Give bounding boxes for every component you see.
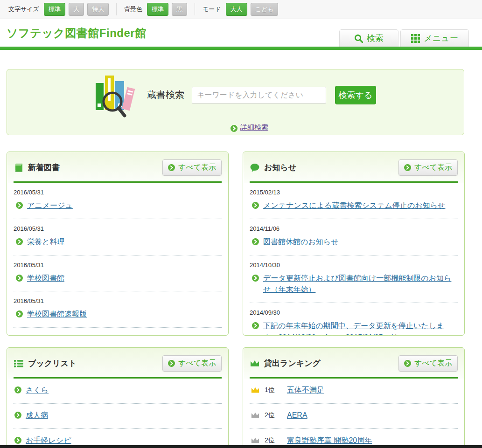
- list-item: 2015/02/13 メンテナンスによる蔵書検索システム停止のお知らせ: [250, 183, 458, 219]
- books-and-magnifier-icon: [95, 73, 136, 117]
- mode-adult-button[interactable]: 大人: [226, 3, 247, 16]
- font-size-xlarge-button[interactable]: 特大: [87, 3, 109, 16]
- arrow-circle-icon: [16, 238, 23, 245]
- list-item: 2016/05/31 栄養と料理: [14, 219, 222, 255]
- bg-color-group: 背景色 標準 黒: [117, 3, 195, 15]
- arrow-circle-icon: [168, 164, 175, 171]
- new-book-link[interactable]: 栄養と料理: [27, 236, 64, 248]
- list-item: さくら: [14, 379, 222, 404]
- header-accent-bar: [0, 47, 482, 50]
- news-link[interactable]: メンテナンスによる蔵書検索システム停止のお知らせ: [263, 200, 445, 212]
- font-size-standard-button[interactable]: 標準: [44, 3, 65, 16]
- grid-menu-icon: [411, 34, 420, 43]
- font-size-label: 文字サイズ: [8, 5, 39, 14]
- arrow-circle-icon: [14, 437, 21, 444]
- list-item: 2014/11/06 図書館休館のお知らせ: [250, 219, 458, 255]
- site-header: ソフテック図書館Finder館 検索 メニュー: [0, 19, 482, 47]
- arrow-circle-icon: [16, 275, 23, 282]
- new-book-link[interactable]: アニメージュ: [27, 200, 73, 212]
- search-icon: [354, 34, 363, 43]
- font-size-large-button[interactable]: 大: [69, 3, 84, 16]
- advanced-search-link[interactable]: 詳細検索: [240, 123, 268, 132]
- header-tabs: 検索 メニュー: [339, 29, 469, 47]
- list-item: 2016/05/31 学校図書館: [14, 255, 222, 292]
- news-link[interactable]: 下記の年末年始の期間中、データ更新を停止いたします。2014/12/26（金）～…: [263, 320, 458, 336]
- ranking-show-all-button[interactable]: すべて表示: [398, 355, 458, 372]
- news-link[interactable]: データ更新停止および図書館向け一部機能制限のお知らせ（年末年始）: [263, 273, 458, 296]
- news-title: お知らせ: [264, 162, 398, 173]
- item-date: 2014/10/30: [250, 262, 458, 269]
- new-book-link[interactable]: 学校図書館: [27, 273, 64, 284]
- arrow-circle-icon: [252, 275, 259, 282]
- news-panel: お知らせ すべて表示 2015/02/13 メンテナンスによる蔵書検索システム停…: [243, 152, 465, 336]
- list-item: 2016/05/31 アニメージュ: [14, 183, 222, 219]
- gold-crown-icon: [251, 386, 260, 394]
- item-date: 2014/09/30: [250, 309, 458, 316]
- item-date: 2016/05/31: [14, 189, 222, 196]
- bg-color-label: 背景色: [124, 5, 142, 14]
- item-date: 2016/05/31: [14, 297, 222, 304]
- item-date: 2015/02/13: [250, 189, 458, 196]
- list-icon: [14, 358, 24, 369]
- ranking-link[interactable]: AERA: [287, 410, 307, 421]
- header-search-label: 検索: [367, 33, 384, 44]
- bg-color-standard-button[interactable]: 標準: [147, 3, 168, 16]
- booklist-link[interactable]: お手軽レシピ: [26, 435, 71, 447]
- arrow-circle-icon: [231, 125, 238, 132]
- font-size-group: 文字サイズ 標準 大 特大: [7, 3, 117, 15]
- rank-label: 2位: [265, 411, 282, 420]
- list-item: 2位 AERA: [250, 404, 458, 429]
- keyword-search-input[interactable]: [192, 87, 326, 103]
- ranking-link[interactable]: 富良野塾序章 開塾20周年: [287, 435, 372, 447]
- arrow-circle-icon: [252, 322, 259, 329]
- list-item: 2014/09/30 下記の年末年始の期間中、データ更新を停止いたします。201…: [250, 303, 458, 336]
- item-date: 2016/05/31: [14, 225, 222, 232]
- bg-color-black-button[interactable]: 黒: [172, 3, 187, 16]
- booklist-title: ブックリスト: [28, 358, 162, 369]
- silver-crown-icon: [251, 436, 260, 445]
- ranking-title: 貸出ランキング: [264, 358, 398, 369]
- catalog-search-label: 蔵書検索: [147, 89, 184, 101]
- arrow-circle-icon: [404, 360, 411, 367]
- mode-kids-button[interactable]: こども: [251, 3, 279, 16]
- content-panels: 新着図書 すべて表示 2016/05/31 アニメージュ: [7, 152, 482, 448]
- mode-group: モード 大人 こども: [195, 3, 286, 15]
- site-title: ソフテック図書館Finder館: [7, 26, 147, 41]
- arrow-circle-icon: [168, 360, 175, 367]
- catalog-search-panel: 蔵書検索 検索する 詳細検索: [7, 69, 464, 135]
- rank-label: 1位: [265, 386, 282, 394]
- list-item: 2016/05/31 学校図書館速報版: [14, 291, 222, 328]
- ranking-panel: 貸出ランキング すべて表示 1位 五体不満足: [243, 347, 465, 448]
- header-menu-label: メニュー: [424, 33, 458, 44]
- arrow-circle-icon: [404, 164, 411, 171]
- item-date: 2014/11/06: [250, 225, 458, 232]
- booklist-panel: ブックリスト すべて表示 さくら: [7, 347, 229, 448]
- new-book-link[interactable]: 学校図書館速報版: [27, 309, 87, 320]
- arrow-circle-icon: [14, 412, 21, 419]
- news-link[interactable]: 図書館休館のお知らせ: [263, 236, 339, 248]
- header-menu-button[interactable]: メニュー: [400, 29, 469, 47]
- booklist-link[interactable]: さくら: [26, 385, 49, 396]
- news-show-all-button[interactable]: すべて表示: [398, 159, 458, 176]
- item-date: 2016/05/31: [14, 262, 222, 269]
- booklist-show-all-button[interactable]: すべて表示: [162, 355, 222, 372]
- new-books-title: 新着図書: [28, 162, 162, 173]
- header-search-button[interactable]: 検索: [339, 29, 398, 47]
- ranking-link[interactable]: 五体不満足: [287, 385, 324, 396]
- new-books-show-all-button[interactable]: すべて表示: [162, 159, 222, 176]
- new-books-panel: 新着図書 すべて表示 2016/05/31 アニメージュ: [7, 152, 229, 336]
- arrow-circle-icon: [14, 386, 21, 393]
- book-icon: [14, 163, 24, 173]
- speech-bubble-icon: [250, 163, 260, 173]
- booklist-link[interactable]: 成人病: [26, 410, 48, 421]
- crown-icon: [250, 358, 260, 369]
- arrow-circle-icon: [252, 238, 259, 245]
- search-submit-button[interactable]: 検索する: [335, 86, 376, 104]
- mode-label: モード: [203, 5, 221, 14]
- arrow-circle-icon: [16, 202, 23, 209]
- arrow-circle-icon: [16, 310, 23, 317]
- list-item: 成人病: [14, 404, 222, 429]
- list-item: 2014/10/30 データ更新停止および図書館向け一部機能制限のお知らせ（年末…: [250, 255, 458, 303]
- arrow-circle-icon: [252, 202, 259, 209]
- list-item: 1位 五体不満足: [250, 379, 458, 404]
